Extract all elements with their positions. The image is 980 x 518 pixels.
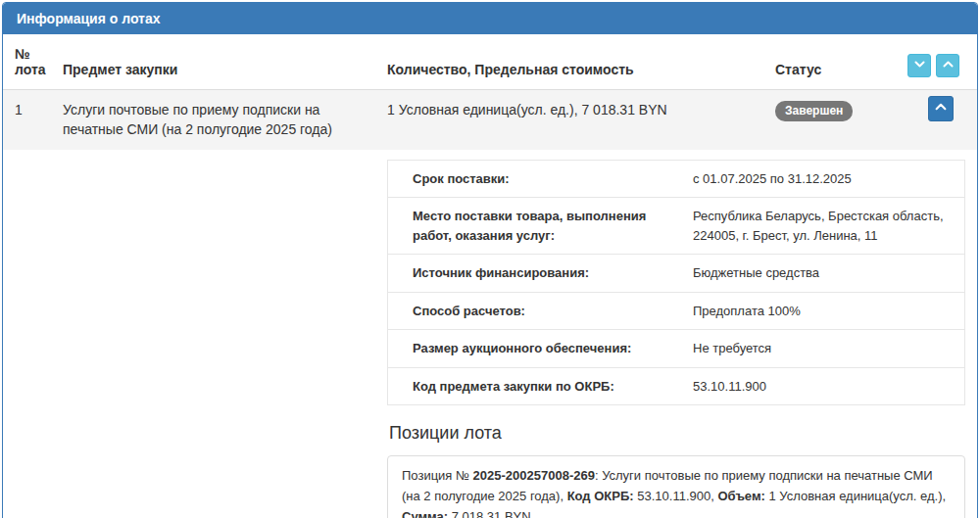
lot-position-item: Позиция № 2025-200257008-269: Услуги поч…	[387, 455, 965, 518]
lot-quantity: 1 Условная единица(усл. ед.), 7 018.31 B…	[375, 90, 763, 150]
lot-1-details-row: Срок поставки: с 01.07.2025 по 31.12.202…	[3, 150, 977, 518]
lot-positions-title: Позиции лота	[389, 423, 965, 444]
detail-field-payment-method: Способ расчетов: Предоплата 100%	[388, 292, 964, 330]
position-number: 2025-200257008-269	[473, 468, 595, 483]
detail-field-okrb-code: Код предмета закупки по ОКРБ: 53.10.11.9…	[388, 367, 964, 405]
lots-table: № лота Предмет закупки Количество, Преде…	[3, 34, 977, 518]
collapse-all-button[interactable]	[907, 54, 931, 77]
lot-1-collapse-button[interactable]	[928, 96, 954, 121]
detail-field-delivery-place: Место поставки товара, выполнения работ,…	[388, 197, 964, 254]
lot-number: 1	[3, 90, 51, 150]
column-header-status: Статус	[763, 34, 896, 90]
chevron-down-icon	[913, 58, 926, 73]
detail-field-auction-security: Размер аукционного обеспечения: Не требу…	[388, 329, 964, 367]
chevron-up-icon	[934, 99, 948, 118]
detail-field-delivery-term: Срок поставки: с 01.07.2025 по 31.12.202…	[388, 161, 964, 198]
chevron-up-icon	[942, 58, 955, 73]
detail-field-funding-source: Источник финансирования: Бюджетные средс…	[388, 254, 964, 292]
expand-all-button[interactable]	[936, 54, 959, 77]
panel-title: Информация о лотах	[3, 3, 977, 34]
column-header-lot-number: № лота	[3, 34, 51, 90]
table-header-row: № лота Предмет закупки Количество, Преде…	[3, 34, 977, 90]
lot-row-1: 1 Услуги почтовые по приему подписки на …	[3, 90, 977, 150]
lot-details-table: Срок поставки: с 01.07.2025 по 31.12.202…	[387, 160, 965, 406]
column-header-subject: Предмет закупки	[51, 34, 375, 90]
status-badge: Завершен	[775, 101, 853, 121]
column-header-quantity: Количество, Предельная стоимость	[375, 34, 763, 90]
lot-subject: Услуги почтовые по приему подписки на пе…	[51, 90, 375, 150]
lots-info-panel: Информация о лотах № лота Предмет закупк…	[2, 2, 978, 518]
